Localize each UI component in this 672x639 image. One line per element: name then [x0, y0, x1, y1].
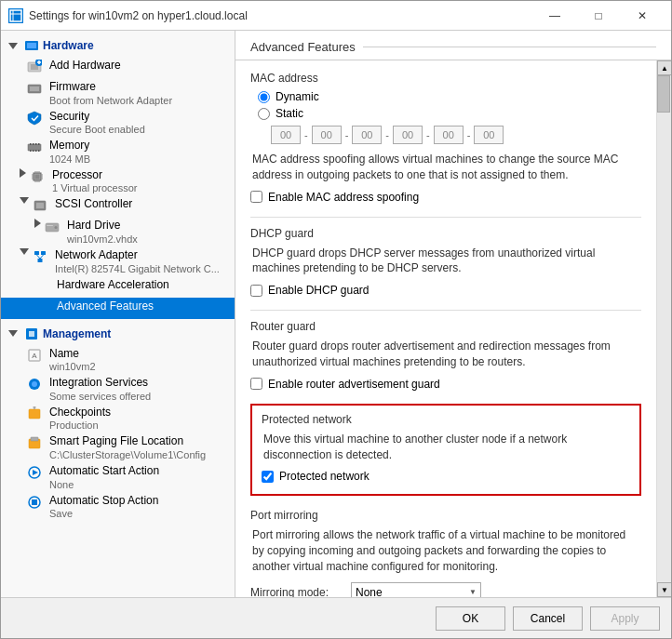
- router-guard-checkbox[interactable]: [250, 378, 262, 390]
- panel-scroll-content: MAC address Dynamic Static: [235, 60, 656, 597]
- mac-field-1[interactable]: [271, 126, 301, 144]
- mirroring-mode-select[interactable]: None ▼: [351, 582, 481, 597]
- select-chevron-icon: ▼: [469, 588, 477, 596]
- footer: OK Cancel Apply: [1, 597, 671, 638]
- sidebar-item-hard-drive[interactable]: Hard Drive win10vm2.vhdx: [1, 217, 235, 246]
- router-guard-title: Router guard: [250, 320, 641, 333]
- hdd-icon: [45, 220, 61, 236]
- sidebar-item-security[interactable]: Security Secure Boot enabled: [1, 108, 235, 138]
- main-panel: Advanced Features MAC address Dynamic: [235, 31, 671, 597]
- protected-network-row: Protected network: [262, 470, 630, 483]
- network-content: Network Adapter Intel(R) 82574L Gigabit …: [55, 248, 220, 274]
- dhcp-guard-checkbox[interactable]: [250, 285, 262, 297]
- svg-rect-17: [30, 150, 32, 152]
- svg-rect-40: [34, 251, 39, 255]
- apply-button[interactable]: Apply: [590, 606, 660, 631]
- sidebar-item-scsi[interactable]: SCSI Controller: [1, 195, 235, 217]
- management-icon: [24, 326, 39, 341]
- mac-address-title: MAC address: [250, 72, 641, 85]
- svg-text:A: A: [32, 352, 37, 360]
- add-hardware-content: Add Hardware: [49, 59, 121, 73]
- mirroring-mode-value: None: [356, 586, 383, 597]
- smart-paging-content: Smart Paging File Location C:\ClusterSto…: [49, 434, 206, 460]
- management-section-header[interactable]: Management: [1, 323, 235, 345]
- scroll-up-button[interactable]: ▲: [657, 60, 671, 75]
- sidebar-item-advanced-features[interactable]: Advanced Features: [1, 298, 235, 319]
- sidebar-item-firmware[interactable]: Firmware Boot from Network Adapter: [1, 78, 235, 108]
- close-button[interactable]: ✕: [621, 1, 664, 31]
- checkpoints-content: Checkpoints Production: [49, 406, 111, 432]
- sidebar-item-hw-accel[interactable]: Hardware Acceleration: [1, 276, 235, 298]
- sidebar-item-checkpoints[interactable]: Checkpoints Production: [1, 404, 235, 433]
- network-expand-icon: [20, 248, 29, 255]
- management-expand-icon: [8, 330, 18, 337]
- mac-field-2[interactable]: [312, 126, 342, 144]
- mac-field-6[interactable]: [474, 126, 504, 144]
- advanced-features-content: Advanced Features: [57, 300, 154, 314]
- hw-accel-icon: [34, 279, 51, 296]
- auto-start-icon: [27, 465, 44, 482]
- sidebar-item-memory[interactable]: Memory 1024 MB: [1, 137, 235, 166]
- dhcp-guard-label: Enable DHCP guard: [268, 284, 370, 297]
- sidebar-item-network[interactable]: Network Adapter Intel(R) 82574L Gigabit …: [1, 246, 235, 276]
- svg-rect-16: [38, 143, 40, 145]
- firmware-content: Firmware Boot from Network Adapter: [49, 80, 172, 106]
- mac-field-5[interactable]: [434, 126, 464, 144]
- minimize-button[interactable]: —: [533, 1, 576, 31]
- svg-rect-18: [33, 150, 34, 152]
- mac-field-3[interactable]: [352, 126, 382, 144]
- router-guard-row: Enable router advertisement guard: [250, 378, 641, 391]
- protected-network-checkbox[interactable]: [262, 471, 274, 483]
- cancel-button[interactable]: Cancel: [513, 606, 583, 631]
- title-bar: Settings for win10vm2 on hyper1.cloud.lo…: [1, 1, 671, 31]
- scroll-down-button[interactable]: ▼: [657, 582, 671, 597]
- static-label: Static: [276, 107, 303, 120]
- static-radio[interactable]: [258, 108, 270, 120]
- protected-network-info: Move this virtual machine to another clu…: [262, 432, 630, 463]
- sidebar-item-add-hardware[interactable]: Add Hardware: [1, 57, 235, 78]
- sidebar-item-processor[interactable]: Processor 1 Virtual processor: [1, 166, 235, 196]
- svg-marker-59: [33, 470, 38, 475]
- processor-content: Processor 1 Virtual processor: [52, 168, 138, 194]
- dhcp-guard-section: DHCP guard DHCP guard drops DHCP server …: [250, 227, 641, 298]
- sidebar-item-name[interactable]: A Name win10vm2: [1, 345, 235, 375]
- dhcp-guard-row: Enable DHCP guard: [250, 284, 641, 297]
- svg-rect-53: [29, 409, 40, 419]
- dynamic-radio[interactable]: [258, 91, 270, 103]
- scsi-expand-icon: [20, 197, 29, 204]
- hdd-content: Hard Drive win10vm2.vhdx: [67, 219, 138, 245]
- sidebar-item-auto-stop[interactable]: Automatic Stop Action Save: [1, 492, 235, 522]
- hw-accel-content: Hardware Acceleration: [57, 278, 169, 293]
- svg-rect-20: [38, 150, 40, 152]
- mac-spoofing-row: Enable MAC address spoofing: [250, 191, 641, 204]
- header-divider: [363, 47, 656, 47]
- maximize-button[interactable]: □: [577, 1, 620, 31]
- firmware-icon: [27, 81, 44, 98]
- security-icon: [27, 111, 44, 127]
- router-guard-section: Router guard Router guard drops router a…: [250, 320, 641, 391]
- svg-rect-19: [35, 150, 37, 152]
- svg-rect-11: [30, 87, 39, 91]
- sidebar-item-auto-start[interactable]: Automatic Start Action None: [1, 462, 235, 492]
- window-icon: [8, 8, 23, 23]
- mirroring-mode-row: Mirroring mode: None ▼: [250, 582, 641, 597]
- svg-rect-14: [33, 143, 34, 145]
- protected-network-title: Protected network: [262, 413, 630, 426]
- ok-button[interactable]: OK: [436, 606, 505, 631]
- mac-field-4[interactable]: [393, 126, 423, 144]
- static-radio-item: Static: [258, 107, 641, 120]
- title-controls: — □ ✕: [533, 1, 664, 31]
- svg-rect-41: [41, 251, 46, 255]
- mac-spoofing-checkbox[interactable]: [250, 191, 262, 203]
- smart-paging-icon: [27, 435, 44, 452]
- svg-line-44: [40, 255, 44, 259]
- window-title: Settings for win10vm2 on hyper1.cloud.lo…: [29, 9, 248, 22]
- processor-icon: [30, 169, 47, 186]
- sidebar-item-smart-paging[interactable]: Smart Paging File Location C:\ClusterSto…: [1, 433, 235, 462]
- sidebar-item-integration[interactable]: Integration Services Some services offer…: [1, 374, 235, 404]
- dhcp-guard-info: DHCP guard drops DHCP server messages fr…: [250, 246, 641, 277]
- name-icon: A: [27, 348, 44, 365]
- scroll-thumb[interactable]: [657, 75, 670, 113]
- hardware-section-header[interactable]: Hardware: [1, 34, 235, 57]
- mac-radio-group: Dynamic Static: [250, 90, 641, 120]
